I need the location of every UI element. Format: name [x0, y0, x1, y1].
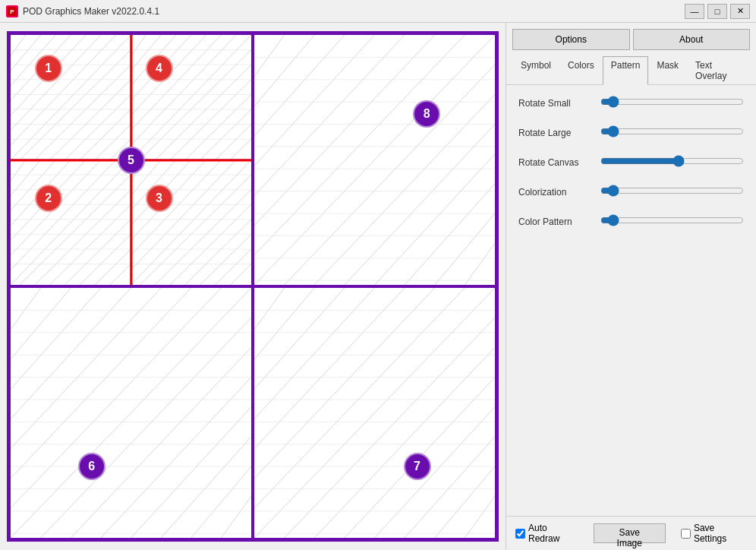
- badge-6[interactable]: 6: [78, 453, 106, 480]
- grid-cell-bottomright[interactable]: 7: [253, 286, 496, 539]
- badge-4[interactable]: 4: [146, 55, 173, 82]
- badge-1[interactable]: 1: [35, 55, 62, 82]
- tab-symbol[interactable]: Symbol: [512, 56, 559, 84]
- rotate-small-label: Rotate Small: [518, 98, 594, 109]
- canvas-area: 1 4 5 2 3: [0, 23, 506, 550]
- grid-cell-bottomleft[interactable]: 6: [9, 286, 253, 539]
- window-controls: — □ ✕: [685, 4, 750, 19]
- pattern-svg-tr: [254, 35, 495, 285]
- tab-text-overlay[interactable]: Text Overlay: [687, 56, 750, 84]
- minimize-button[interactable]: —: [685, 4, 704, 19]
- tab-pattern[interactable]: Pattern: [603, 56, 649, 85]
- main-content: 1 4 5 2 3: [0, 23, 756, 550]
- control-rotate-canvas: Rotate Canvas: [518, 153, 744, 171]
- app-title: POD Graphics Maker v2022.0.4.1: [23, 6, 685, 17]
- titlebar: P POD Graphics Maker v2022.0.4.1 — □ ✕: [0, 0, 756, 23]
- badge-7[interactable]: 7: [404, 453, 431, 480]
- auto-redraw-text: Auto Redraw: [528, 523, 578, 544]
- pattern-svg-bl: [11, 288, 251, 538]
- colorization-label: Colorization: [518, 187, 594, 198]
- grid-cell-topright[interactable]: 8: [253, 33, 496, 286]
- colorization-slider-container: [600, 183, 744, 201]
- grid-container: 1 4 5 2 3: [7, 31, 499, 542]
- save-settings-text: Save Settings: [694, 523, 747, 544]
- control-color-pattern: Color Pattern: [518, 213, 744, 230]
- rotate-canvas-slider[interactable]: [600, 153, 744, 169]
- rotate-large-label: Rotate Large: [518, 128, 594, 138]
- badge-5[interactable]: 5: [118, 147, 145, 174]
- rotate-canvas-label: Rotate Canvas: [518, 157, 594, 168]
- color-pattern-slider-container: [600, 213, 744, 230]
- colorization-slider[interactable]: [600, 183, 744, 198]
- rotate-large-slider-container: [600, 124, 744, 141]
- bottom-bar: Auto Redraw Save Image Save Settings: [506, 516, 756, 550]
- badge-2[interactable]: 2: [35, 185, 62, 212]
- pattern-svg-br: [254, 288, 495, 538]
- grid-cell-topleft[interactable]: 1 4 5 2 3: [9, 33, 253, 286]
- right-panel: Options About Symbol Colors Pattern Mask…: [506, 23, 756, 550]
- color-pattern-slider[interactable]: [600, 213, 744, 228]
- close-button[interactable]: ✕: [730, 4, 750, 19]
- options-button[interactable]: Options: [512, 29, 630, 50]
- maximize-button[interactable]: □: [707, 4, 727, 19]
- controls-area: Rotate Small Rotate Large Rotate Canvas …: [506, 85, 756, 516]
- auto-redraw-label[interactable]: Auto Redraw: [515, 523, 578, 544]
- rotate-small-slider[interactable]: [600, 94, 744, 109]
- badge-8[interactable]: 8: [413, 100, 440, 128]
- app-icon: P: [6, 5, 18, 17]
- rotate-canvas-slider-container: [600, 153, 744, 171]
- rotate-small-slider-container: [600, 94, 744, 112]
- top-button-row: Options About: [506, 23, 756, 56]
- about-button[interactable]: About: [633, 29, 751, 50]
- tab-mask[interactable]: Mask: [648, 56, 687, 84]
- auto-redraw-checkbox[interactable]: [515, 529, 525, 539]
- control-rotate-small: Rotate Small: [518, 94, 744, 112]
- control-colorization: Colorization: [518, 183, 744, 201]
- rotate-large-slider[interactable]: [600, 124, 744, 139]
- svg-text:P: P: [10, 8, 14, 15]
- tab-colors[interactable]: Colors: [559, 56, 603, 84]
- save-settings-checkbox[interactable]: [681, 529, 691, 539]
- badge-3[interactable]: 3: [146, 185, 173, 212]
- save-settings-label[interactable]: Save Settings: [681, 523, 747, 544]
- tab-bar: Symbol Colors Pattern Mask Text Overlay: [506, 56, 756, 85]
- color-pattern-label: Color Pattern: [518, 217, 594, 227]
- save-image-button[interactable]: Save Image: [594, 523, 666, 543]
- control-rotate-large: Rotate Large: [518, 124, 744, 141]
